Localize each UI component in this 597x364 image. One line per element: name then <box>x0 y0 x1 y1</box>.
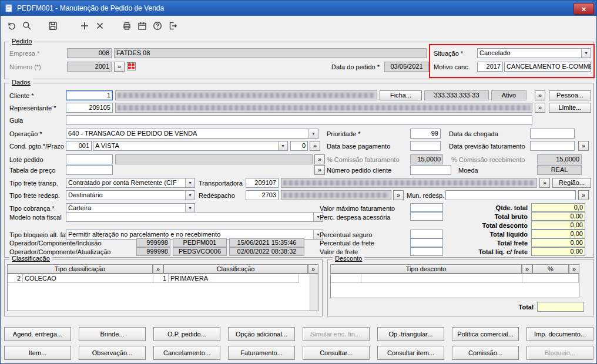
cliente-lookup-button[interactable]: » <box>535 90 545 100</box>
bloqueio-button: Bloqueio... <box>526 346 593 360</box>
perc-frete-label: Percentual de frete <box>320 240 374 247</box>
perc-seguro-field[interactable] <box>410 230 443 238</box>
observacao-button[interactable]: Observação... <box>79 346 146 360</box>
op-triangular-button[interactable]: Op. triangular... <box>377 327 444 341</box>
situacao-combo[interactable]: Cancelado▾ <box>477 48 591 58</box>
operacao-combo[interactable]: 640 - TRANSACAO DE PEDIDO DE VENDA▾ <box>66 129 318 139</box>
desconto-pct-lookup-button[interactable]: » <box>569 264 579 274</box>
cond-pgto-code-field[interactable]: 001 <box>66 141 92 151</box>
consultar-item-button[interactable]: Consultar item... <box>377 346 444 360</box>
tabela-preco-field[interactable] <box>66 165 113 175</box>
redespacho-code-field[interactable]: 2703 <box>246 190 279 200</box>
data-previsao-lookup-button[interactable]: » <box>578 141 589 151</box>
cancelamento-button[interactable]: Cancelamento... <box>153 346 220 360</box>
imp-documento-button[interactable]: Imp. documento... <box>526 327 593 341</box>
classificacao-row-class-cod[interactable]: 1 <box>153 274 169 283</box>
comissao-button[interactable]: Comissão... <box>452 346 519 360</box>
guia-field[interactable] <box>66 115 532 125</box>
cobranca-label: Tipo cobrança * <box>9 205 55 212</box>
opcao-adicional-button[interactable]: Opção adicional... <box>228 327 295 341</box>
qtde-total-label: Qtde. total <box>458 204 528 211</box>
data-previsao-label: Data previsão faturamento <box>449 143 525 150</box>
cliente-code-field[interactable]: 1 <box>66 90 113 100</box>
lote-label: Lote pedido <box>9 156 43 163</box>
politica-comercial-button[interactable]: Política comercial... <box>452 327 519 341</box>
valor-max-field[interactable] <box>410 203 443 212</box>
pessoa-button[interactable]: Pessoa... <box>549 90 591 100</box>
limite-button[interactable]: Limite... <box>549 103 591 113</box>
transportadora-code-field[interactable]: 209107 <box>246 178 279 188</box>
desconto-header-pct: % <box>532 264 569 274</box>
total-liquido-field: 0,00 <box>531 230 585 238</box>
lote-lookup-button[interactable]: » <box>314 154 325 164</box>
classificacao-header-tipo: Tipo classificação <box>7 264 153 274</box>
total-bruto-label: Total bruto <box>458 213 528 220</box>
mun-redesp-field[interactable] <box>445 190 576 200</box>
valor-frete-field[interactable] <box>410 247 443 256</box>
numero-lookup-button[interactable]: » <box>114 62 125 72</box>
add-icon[interactable] <box>78 19 91 32</box>
desconto-row-tipo-cell[interactable] <box>361 274 522 283</box>
window-title: PEDFM001 - Manutenção de Pedido de Venda <box>17 4 164 12</box>
modelo-nf-combo[interactable]: ▾ <box>66 212 323 222</box>
close-icon[interactable]: × <box>573 3 594 15</box>
cond-pgto-lookup-button[interactable]: » <box>310 141 320 151</box>
help-icon[interactable] <box>151 19 164 32</box>
undo-icon[interactable] <box>5 19 18 32</box>
transportadora-lookup-button[interactable]: » <box>539 178 550 188</box>
mun-redesp-lookup-button[interactable]: » <box>578 190 589 200</box>
classificacao-table-body: 2 COLECAO 1 PRIMAVERA <box>7 274 318 311</box>
empresa-code-field: 008 <box>67 48 112 58</box>
desconto-tipo-lookup-button[interactable]: » <box>522 264 532 274</box>
save-icon[interactable] <box>46 19 59 32</box>
prazo-field[interactable]: 0 <box>290 141 308 151</box>
classificacao-class-lookup-button[interactable]: » <box>308 264 318 274</box>
total-desconto-label: Total desconto <box>458 222 528 229</box>
motivo-canc-code-field[interactable]: 2017 <box>477 62 503 72</box>
calendar-icon[interactable] <box>136 19 149 32</box>
data-chegada-field[interactable] <box>530 129 575 139</box>
print-icon[interactable] <box>120 19 133 32</box>
exit-icon[interactable] <box>166 19 179 32</box>
classificacao-row-tipo-nome[interactable]: COLECAO <box>23 274 153 283</box>
item-button[interactable]: Item... <box>4 346 71 360</box>
representante-code-field[interactable]: 209105 <box>66 103 113 113</box>
data-previsao-field[interactable] <box>530 141 575 151</box>
delete-icon[interactable] <box>93 19 106 32</box>
classificacao-row-tipo-cod[interactable]: 2 <box>8 274 23 283</box>
lote-code-field[interactable] <box>66 154 113 164</box>
consultar-button[interactable]: Consultar... <box>303 346 370 360</box>
title-bar: PEDFM001 - Manutenção de Pedido de Venda… <box>1 1 596 16</box>
brinde-button[interactable]: Brinde... <box>79 327 146 341</box>
search-icon[interactable] <box>21 19 33 32</box>
tabela-preco-label: Tabela de preço <box>9 167 55 174</box>
perc-despesa-field[interactable] <box>410 212 443 221</box>
classificacao-tipo-lookup-button[interactable]: » <box>153 264 163 274</box>
ficha-button[interactable]: Ficha... <box>380 90 422 100</box>
frete-transp-combo[interactable]: Contratado por conta Remetente (CIF▾ <box>66 178 195 188</box>
data-base-field[interactable] <box>410 141 441 151</box>
redespacho-lookup-button[interactable]: » <box>393 190 404 200</box>
agend-entrega-button[interactable]: Agend. entrega... <box>4 327 71 341</box>
motivo-canc-text-field[interactable]: CANCELAMENTO E-COMMER <box>504 62 591 72</box>
desconto-row-pct-cell[interactable] <box>522 274 579 283</box>
representante-lookup-button[interactable]: » <box>535 103 545 113</box>
tabela-preco-lookup-button[interactable]: » <box>314 165 325 175</box>
cliente-documento-field: 333.333.333-33 <box>424 90 489 100</box>
table-lookup-icon[interactable] <box>127 62 136 72</box>
regiao-button[interactable]: Região... <box>552 178 591 188</box>
transportadora-name-field <box>281 178 537 188</box>
num-pedido-cliente-field[interactable] <box>410 165 451 175</box>
frete-redesp-combo[interactable]: Destinatário▾ <box>66 190 195 200</box>
representante-name-field <box>115 103 532 113</box>
faturamento-button[interactable]: Faturamento... <box>228 346 295 360</box>
perc-frete-field[interactable] <box>410 238 443 247</box>
op-pedido-button[interactable]: O.P. pedido... <box>153 327 220 341</box>
chevron-down-icon: ▾ <box>185 204 194 213</box>
chevron-down-icon: ▾ <box>185 178 194 187</box>
classificacao-row-class-nome[interactable]: PRIMAVERA <box>169 274 299 283</box>
cond-pgto-combo[interactable]: A VISTA▾ <box>93 141 288 151</box>
classificacao-vertical-scrollbar[interactable] <box>310 274 318 311</box>
prioridade-field[interactable]: 99 <box>410 129 441 139</box>
desconto-row-cod-cell[interactable] <box>331 274 361 283</box>
